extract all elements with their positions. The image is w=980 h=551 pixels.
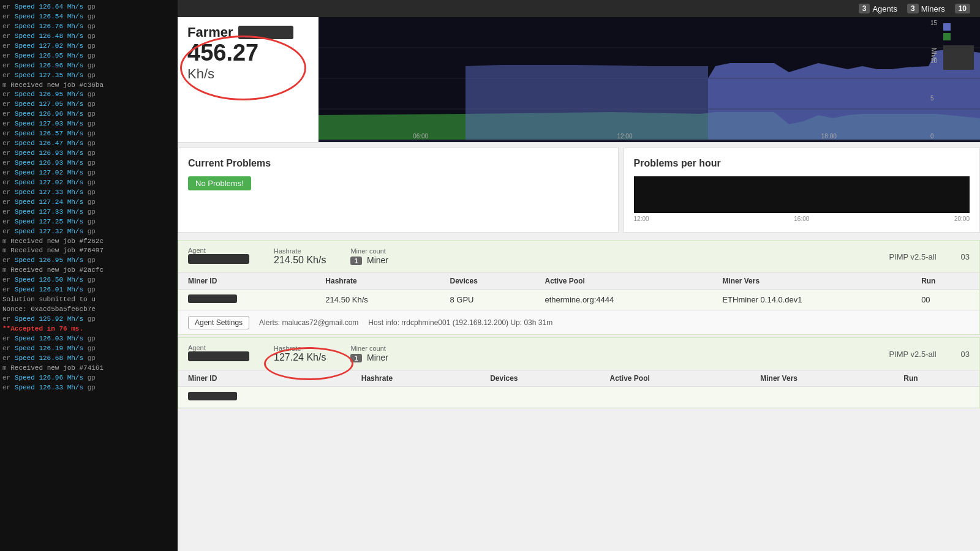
current-problems-title: Current Problems: [188, 158, 608, 169]
miner-id-redact-2: [188, 392, 237, 400]
terminal-line: er Speed 126.47 Mh/s gp: [2, 139, 175, 149]
terminal-line: m Received new job #c36ba: [2, 81, 175, 91]
miner-id-cell: [178, 290, 315, 310]
col-miner-vers-2: Miner Vers: [750, 370, 894, 387]
agents-count: 3: [859, 4, 870, 13]
terminal-line: er Speed 127.02 Mh/s gp: [2, 42, 175, 51]
chart-svg: [318, 17, 980, 140]
hashrate-chart: 15 10 5 0 06:00 12:00 18:00 Mh/s: [318, 17, 980, 142]
agent-2-miner-text: Miner: [367, 353, 388, 362]
terminal-line: er Speed 127.33 Mh/s gp: [2, 188, 175, 198]
header-bar: 3 Agents 3 Miners 10: [178, 0, 980, 17]
terminal-line: er Speed 126.96 Mh/s gp: [2, 110, 175, 119]
agent-2-miner-table: Miner ID Hashrate Devices Active Pool Mi…: [178, 370, 979, 408]
farmer-title-redact: [238, 26, 293, 39]
agent-2-hashrate-circle: 127.24 Kh/s: [274, 352, 326, 363]
terminal-line: Nonce: 0xacd5ba5fe6cb7e: [2, 305, 175, 315]
agent-1-right-col: 03: [961, 252, 970, 261]
terminal-panel: er Speed 126.64 Mh/s gper Speed 126.54 M…: [0, 0, 178, 551]
col-miner-id-2: Miner ID: [178, 370, 352, 387]
agent-1-pimp-version: PIMP v2.5-all: [889, 252, 936, 261]
terminal-line: er Speed 127.32 Mh/s gp: [2, 227, 175, 237]
agent-1-miner-count-badge: 1: [350, 257, 361, 265]
chart-legend: Mh/s: [943, 23, 974, 70]
chart-xaxis: 06:00 12:00 18:00: [318, 133, 931, 140]
col-active-pool: Active Pool: [535, 273, 712, 290]
terminal-line: er Speed 126.93 Mh/s gp: [2, 159, 175, 168]
agent-1-footer: Agent Settings Alerts: malucas72@gmail.c…: [178, 310, 979, 334]
terminal-line: er Speed 127.02 Mh/s gp: [2, 178, 175, 188]
agent-2-right-col: 03: [961, 350, 970, 359]
problems-per-hour-title: Problems per hour: [634, 158, 970, 169]
agents-label: Agents: [872, 4, 897, 13]
terminal-line: er Speed 125.92 Mh/s gp: [2, 315, 175, 324]
terminal-line: Solution submitted to u: [2, 295, 175, 305]
terminal-line: er Speed 127.35 Mh/s gp: [2, 71, 175, 81]
terminal-line: er Speed 126.68 Mh/s gp: [2, 354, 175, 364]
chart-yaxis: 15 10 5 0: [930, 17, 937, 142]
agents-badge: 3 Agents: [859, 4, 897, 13]
terminal-line: er Speed 126.33 Mh/s gp: [2, 383, 175, 393]
terminal-line: er Speed 126.96 Mh/s gp: [2, 373, 175, 383]
miner-runtime-cell: 00: [911, 290, 979, 310]
miner-pool-cell-2: [600, 387, 751, 408]
terminal-line: er Speed 126.01 Mh/s gp: [2, 285, 175, 295]
farmer-hashrate-unit: Kh/s: [187, 66, 309, 82]
terminal-line: er Speed 127.25 Mh/s gp: [2, 217, 175, 227]
problems-chart: [634, 176, 970, 213]
miner-version-cell: ETHminer 0.14.0.dev1: [712, 290, 911, 310]
terminal-line: **Accepted in 76 ms.: [2, 324, 175, 334]
agent-2-miner-count-badge: 1: [350, 354, 361, 362]
agent-alerts: Alerts: malucas72@gmail.com: [259, 318, 358, 327]
terminal-line: m Received new job #f262c: [2, 237, 175, 247]
agent-2-hashrate: 127.24 Kh/s: [274, 352, 326, 362]
agent-settings-button[interactable]: Agent Settings: [188, 316, 249, 329]
col-hashrate: Hashrate: [315, 273, 440, 290]
agent-1-hashrate: 214.50 Kh/s: [274, 255, 326, 265]
agent-1-miner-table: Miner ID Hashrate Devices Active Pool Mi…: [178, 273, 979, 310]
farmer-hashrate-circle: 456.27 Kh/s: [187, 40, 309, 82]
legend-color-blue: [943, 23, 951, 31]
agent-1-miner-count-col: Miner count 1 Miner: [350, 247, 388, 266]
agent-1-hashrate-col: Hashrate 214.50 Kh/s: [274, 247, 326, 266]
terminal-line: er Speed 126.95 Mh/s gp: [2, 51, 175, 61]
miners-label: Miners: [921, 4, 945, 13]
col-active-pool-2: Active Pool: [600, 370, 751, 387]
col-devices-2: Devices: [480, 370, 600, 387]
terminal-line: er Speed 126.48 Mh/s gp: [2, 32, 175, 42]
svg-rect-8: [634, 176, 970, 213]
extra-count: 10: [955, 4, 970, 13]
col-runtime-2: Run: [894, 370, 979, 387]
miner-count-label: Miner count: [350, 247, 388, 255]
miner-devices-cell-2: [480, 387, 600, 408]
terminal-line: er Speed 127.24 Mh/s gp: [2, 198, 175, 208]
terminal-line: er Speed 127.02 Mh/s gp: [2, 168, 175, 178]
terminal-line: m Received new job #2acfc: [2, 266, 175, 276]
miner-id-redact: [188, 294, 237, 303]
col-miner-vers: Miner Vers: [712, 273, 911, 290]
problems-section: Current Problems No Problems! Problems p…: [178, 148, 980, 233]
col-runtime: Run: [911, 273, 979, 290]
farmer-hashrate-value: 456.27: [187, 40, 309, 66]
current-problems-panel: Current Problems No Problems!: [178, 148, 619, 233]
col-miner-id: Miner ID: [178, 273, 315, 290]
terminal-line: er Speed 127.03 Mh/s gp: [2, 119, 175, 129]
agent-1-name-redact: [188, 254, 249, 264]
miner-runtime-cell-2: [894, 387, 979, 408]
col-devices: Devices: [440, 273, 535, 290]
table-row: [178, 387, 979, 408]
miner-hashrate-cell-2: [352, 387, 480, 408]
miner-count-label-2: Miner count: [350, 345, 388, 352]
miner-hashrate-cell: 214.50 Kh/s: [315, 290, 440, 310]
terminal-line: m Received new job #76497: [2, 246, 175, 256]
terminal-line: er Speed 126.76 Mh/s gp: [2, 22, 175, 32]
extra-badge: 10: [955, 4, 970, 13]
miner-version-cell-2: [750, 387, 894, 408]
problems-per-hour-panel: Problems per hour 12:00 16:00 20:00: [624, 148, 980, 233]
terminal-line: er Speed 126.95 Mh/s gp: [2, 256, 175, 266]
terminal-line: er Speed 127.33 Mh/s gp: [2, 208, 175, 217]
agent-2-hashrate-col: Hashrate 127.24 Kh/s: [274, 345, 326, 363]
agent-1-header: Agent Hashrate 214.50 Kh/s Miner count 1…: [178, 241, 979, 273]
agent-2-name-redact: [188, 351, 249, 361]
terminal-line: er Speed 127.05 Mh/s gp: [2, 100, 175, 110]
